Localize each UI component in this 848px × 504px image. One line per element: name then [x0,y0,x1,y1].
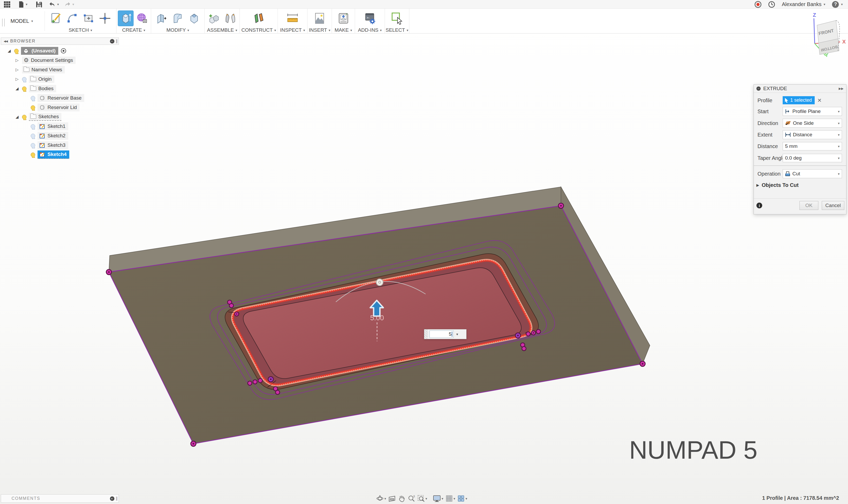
tree-row-bodies[interactable]: ◢ Bodies [1,84,121,93]
addins-button[interactable]: >- [362,11,378,26]
tree-row-reservoir-base[interactable]: Reservoir Base [1,93,121,103]
look-at-tool[interactable] [388,494,396,502]
undo-icon[interactable] [49,1,56,8]
orbit-caret[interactable]: ▾ [384,497,386,500]
tree-row-origin[interactable]: ▷ Origin [1,74,121,84]
redo-icon[interactable] [64,1,71,8]
tree-row-sketch1[interactable]: Sketch1 [1,122,121,131]
browser-resize-grip[interactable]: || [116,39,117,43]
display-caret[interactable]: ▾ [442,497,444,500]
display-settings-tool[interactable]: ▾ [433,494,444,502]
row-chip[interactable]: Sketches [29,113,62,121]
app-grid-icon[interactable] [4,1,11,8]
point-tool-button[interactable] [97,11,113,26]
row-chip[interactable]: Named Views [22,66,65,73]
expand-toggle-icon[interactable]: ▷ [14,58,20,62]
visibility-bulb-icon[interactable] [22,115,27,119]
visibility-bulb-icon[interactable] [31,134,35,138]
row-chip-selected[interactable]: Sketch4 [37,150,69,159]
arc-tool-button[interactable] [65,11,80,26]
tree-row-sketch3[interactable]: Sketch3 [1,141,121,150]
fillet-button[interactable] [170,11,186,26]
dialog-expand-icon[interactable]: ▶▶ [839,87,844,90]
construct-plane-button[interactable] [251,11,266,26]
input-drag-grip[interactable] [424,329,428,339]
expand-toggle-icon[interactable]: ▷ [14,67,20,72]
joint-button[interactable] [223,11,238,26]
orbit-tool[interactable]: ▾ [376,494,386,502]
expand-toggle-icon[interactable]: ◢ [14,114,20,119]
comments-resize-grip[interactable]: || [116,496,117,501]
taper-angle-input[interactable]: 0.0 deg ▾ [783,154,842,162]
addins-menu[interactable]: ADD-INS▾ [358,27,382,34]
tree-row-sketch2[interactable]: Sketch2 [1,131,121,141]
tree-row-document-settings[interactable]: ▷ ⚙ Document Settings [1,56,121,65]
visibility-bulb-icon[interactable] [31,152,35,157]
profile-selected-button[interactable]: 1 selected [783,96,815,104]
distance-input[interactable]: 5 mm ▾ [783,142,842,150]
browser-display-options-icon[interactable]: − [110,39,115,43]
zoom-tool[interactable]: ± [408,494,415,502]
inspect-menu[interactable]: INSPECT▾ [280,27,305,34]
activate-radio-icon[interactable] [60,48,66,54]
rectangle-tool-button[interactable] [81,11,96,26]
tree-row-named-views[interactable]: ▷ Named Views [1,65,121,74]
row-chip[interactable]: Reservoir Base [37,94,84,102]
viewports-tool[interactable]: ▾ [457,494,467,502]
expand-toggle-icon[interactable]: ◢ [14,86,20,91]
operation-select[interactable]: Cut ▾ [783,169,842,178]
insert-image-button[interactable] [312,11,327,26]
row-chip[interactable]: Sketch3 [37,141,68,149]
user-menu[interactable]: Alexander Banks ▾ [782,1,826,7]
browser-collapse-icon[interactable]: ◀◀ [4,40,7,43]
tree-row-sketch4-selected[interactable]: Sketch4 [1,150,121,159]
tree-row-document[interactable]: ◢ (Unsaved) [1,46,121,56]
redo-caret[interactable]: ▾ [72,3,74,6]
row-chip[interactable]: Sketch2 [37,132,68,140]
visibility-bulb-icon[interactable] [31,124,35,129]
create-menu[interactable]: CREATE▾ [122,27,145,34]
press-pull-button[interactable] [154,11,169,26]
grid-caret[interactable]: ▾ [454,497,455,500]
chamfer-button[interactable] [187,11,202,26]
undo-caret[interactable]: ▾ [57,3,59,6]
ok-button[interactable]: OK [799,201,818,210]
zoom-window-caret[interactable]: ▾ [426,497,428,500]
save-icon[interactable] [36,1,42,8]
help-menu[interactable]: ? ▾ [832,1,843,8]
direction-select[interactable]: One Side ▾ [783,119,842,128]
row-chip[interactable]: Bodies [29,85,56,92]
assemble-menu[interactable]: ASSEMBLE▾ [207,27,237,34]
make-menu[interactable]: MAKE▾ [334,27,352,34]
info-icon[interactable]: i [757,203,762,209]
record-button[interactable] [755,1,761,8]
document-chip[interactable]: (Unsaved) [21,47,58,55]
select-menu[interactable]: SELECT▾ [386,27,408,34]
extrude-dialog-header[interactable]: − EXTRUDE ▶▶ [754,85,846,93]
viewport-3d-scene[interactable]: 5.00 [0,0,848,504]
file-menu-icon[interactable] [18,1,25,8]
row-chip[interactable]: Reservoir Lid [37,104,80,111]
start-select[interactable]: Profile Plane ▾ [783,107,842,116]
row-chip[interactable]: ⚙ Document Settings [22,57,75,64]
visibility-bulb-icon[interactable] [31,105,35,110]
sketch-menu[interactable]: SKETCH▾ [69,27,92,34]
workspace-switcher[interactable]: MODEL ▾ [11,8,33,34]
modify-menu[interactable]: MODIFY▾ [166,27,189,34]
make-3dprint-button[interactable] [336,11,351,26]
add-comment-icon[interactable]: + [110,497,115,501]
select-button[interactable] [390,11,404,26]
tree-row-reservoir-lid[interactable]: Reservoir Lid [1,103,121,112]
tree-row-sketches[interactable]: ◢ Sketches [1,112,121,122]
visibility-bulb-icon[interactable] [31,96,35,101]
viewports-caret[interactable]: ▾ [465,497,467,500]
browser-panel-header[interactable]: ◀◀ BROWSER − || [1,37,119,45]
row-chip[interactable]: Origin [29,75,54,83]
clear-selection-icon[interactable]: ✕ [817,97,822,104]
insert-menu[interactable]: INSERT▾ [309,27,330,34]
pan-tool[interactable] [398,494,405,502]
rotate-manipulator-handle[interactable] [376,279,383,286]
expand-toggle-icon[interactable]: ▷ [14,77,20,82]
ribbon-grip[interactable] [2,19,5,26]
row-chip[interactable]: Sketch1 [37,122,68,130]
